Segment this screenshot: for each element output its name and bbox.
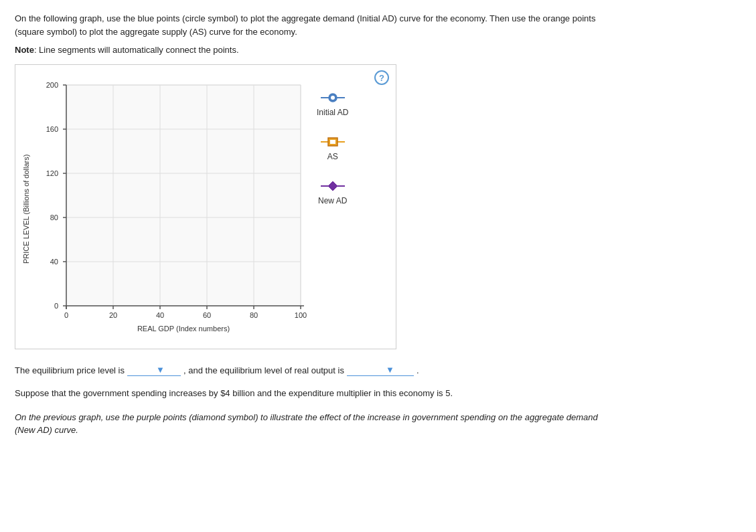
legend-symbol-as	[321, 136, 345, 150]
new-ad-symbol-svg	[321, 180, 345, 192]
chart-svg-wrap: 0 40 80 120 160 200	[33, 78, 307, 339]
instructions-text: On the following graph, use the blue poi…	[15, 12, 651, 38]
italic-instructions: On the previous graph, use the purple po…	[15, 411, 617, 437]
svg-text:REAL GDP (Index numbers): REAL GDP (Index numbers)	[137, 325, 230, 333]
instructions-line1: On the following graph, use the blue poi…	[15, 13, 595, 23]
legend-item-new-ad: New AD	[317, 180, 348, 205]
price-level-dropdown[interactable]: 40 80 120 160 200	[129, 365, 165, 375]
graph-area: PRICE LEVEL (Billions of dollars)	[22, 78, 389, 339]
eq-text-before: The equilibrium price level is	[15, 365, 125, 375]
legend-label-new-ad: New AD	[318, 196, 347, 205]
legend-label-initial-ad: Initial AD	[317, 108, 348, 117]
svg-text:0: 0	[54, 302, 58, 310]
note-label: Note	[15, 45, 34, 55]
svg-text:160: 160	[46, 125, 58, 133]
svg-text:80: 80	[50, 213, 58, 221]
initial-ad-symbol-svg	[321, 92, 345, 104]
chart-and-legend: 0 40 80 120 160 200	[33, 78, 389, 339]
price-level-dropdown-wrap[interactable]: 40 80 120 160 200 ▼	[127, 364, 181, 376]
svg-text:0: 0	[64, 311, 68, 319]
graph-container: ? PRICE LEVEL (Billions of dollars)	[15, 64, 396, 349]
output-level-dropdown-wrap[interactable]: 20 40 60 80 100 ▼	[347, 364, 414, 376]
svg-text:120: 120	[46, 169, 58, 177]
equilibrium-question: The equilibrium price level is 40 80 120…	[15, 364, 741, 376]
output-level-dropdown[interactable]: 20 40 60 80 100	[348, 365, 395, 375]
svg-text:60: 60	[203, 311, 211, 319]
legend-symbol-initial-ad	[321, 92, 345, 106]
svg-text:80: 80	[250, 311, 258, 319]
eq-text-after: .	[417, 365, 419, 375]
y-axis-label: PRICE LEVEL (Billions of dollars)	[22, 82, 30, 336]
legend-item-initial-ad: Initial AD	[317, 92, 348, 117]
help-icon[interactable]: ?	[374, 70, 389, 85]
note-body: : Line segments will automatically conne…	[34, 45, 239, 55]
svg-marker-45	[328, 181, 337, 191]
svg-point-40	[331, 96, 335, 100]
instructions-line2: (square symbol) to plot the aggregate su…	[15, 27, 297, 37]
note-text: Note: Line segments will automatically c…	[15, 45, 741, 55]
svg-text:200: 200	[46, 81, 58, 89]
as-symbol-svg	[321, 136, 345, 148]
svg-text:40: 40	[50, 258, 58, 266]
svg-text:100: 100	[295, 311, 307, 319]
legend-label-as: AS	[327, 152, 338, 161]
legend-item-as: AS	[317, 136, 348, 161]
suppose-text: Suppose that the government spending inc…	[15, 387, 617, 400]
chart-svg: 0 40 80 120 160 200	[33, 78, 307, 339]
svg-text:40: 40	[156, 311, 164, 319]
eq-text-middle: , and the equilibrium level of real outp…	[183, 365, 344, 375]
svg-rect-43	[330, 140, 335, 144]
legend-symbol-new-ad	[321, 180, 345, 194]
svg-rect-0	[66, 85, 301, 306]
svg-text:20: 20	[109, 311, 117, 319]
legend: Initial AD AS	[307, 78, 348, 339]
